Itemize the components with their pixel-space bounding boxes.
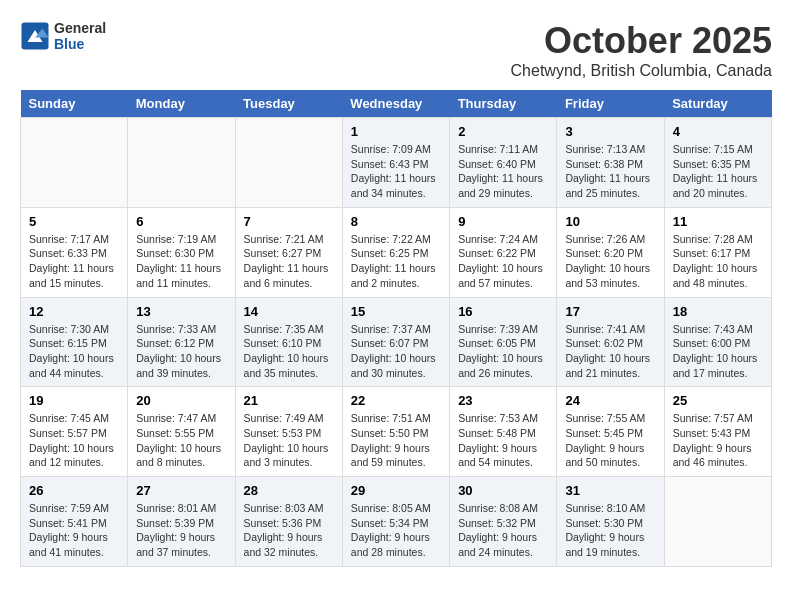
title-block: October 2025 Chetwynd, British Columbia,… <box>511 20 772 80</box>
day-info: Sunrise: 7:49 AM Sunset: 5:53 PM Dayligh… <box>244 411 334 470</box>
day-number: 9 <box>458 214 548 229</box>
calendar-cell: 8Sunrise: 7:22 AM Sunset: 6:25 PM Daylig… <box>342 207 449 297</box>
day-number: 18 <box>673 304 763 319</box>
calendar-cell: 6Sunrise: 7:19 AM Sunset: 6:30 PM Daylig… <box>128 207 235 297</box>
calendar-cell: 12Sunrise: 7:30 AM Sunset: 6:15 PM Dayli… <box>21 297 128 387</box>
weekday-header-saturday: Saturday <box>664 90 771 118</box>
location-subtitle: Chetwynd, British Columbia, Canada <box>511 62 772 80</box>
day-info: Sunrise: 8:01 AM Sunset: 5:39 PM Dayligh… <box>136 501 226 560</box>
logo-blue: Blue <box>54 36 106 52</box>
day-number: 7 <box>244 214 334 229</box>
day-info: Sunrise: 7:57 AM Sunset: 5:43 PM Dayligh… <box>673 411 763 470</box>
day-info: Sunrise: 7:30 AM Sunset: 6:15 PM Dayligh… <box>29 322 119 381</box>
day-number: 14 <box>244 304 334 319</box>
calendar-cell: 29Sunrise: 8:05 AM Sunset: 5:34 PM Dayli… <box>342 477 449 567</box>
calendar-week-row: 26Sunrise: 7:59 AM Sunset: 5:41 PM Dayli… <box>21 477 772 567</box>
day-info: Sunrise: 7:15 AM Sunset: 6:35 PM Dayligh… <box>673 142 763 201</box>
calendar-week-row: 19Sunrise: 7:45 AM Sunset: 5:57 PM Dayli… <box>21 387 772 477</box>
calendar-cell: 7Sunrise: 7:21 AM Sunset: 6:27 PM Daylig… <box>235 207 342 297</box>
calendar-cell: 13Sunrise: 7:33 AM Sunset: 6:12 PM Dayli… <box>128 297 235 387</box>
calendar-cell: 5Sunrise: 7:17 AM Sunset: 6:33 PM Daylig… <box>21 207 128 297</box>
calendar-cell: 26Sunrise: 7:59 AM Sunset: 5:41 PM Dayli… <box>21 477 128 567</box>
day-info: Sunrise: 7:47 AM Sunset: 5:55 PM Dayligh… <box>136 411 226 470</box>
day-info: Sunrise: 7:53 AM Sunset: 5:48 PM Dayligh… <box>458 411 548 470</box>
weekday-header-wednesday: Wednesday <box>342 90 449 118</box>
day-number: 23 <box>458 393 548 408</box>
day-info: Sunrise: 7:43 AM Sunset: 6:00 PM Dayligh… <box>673 322 763 381</box>
day-info: Sunrise: 7:24 AM Sunset: 6:22 PM Dayligh… <box>458 232 548 291</box>
calendar-table: SundayMondayTuesdayWednesdayThursdayFrid… <box>20 90 772 567</box>
day-number: 27 <box>136 483 226 498</box>
calendar-cell: 2Sunrise: 7:11 AM Sunset: 6:40 PM Daylig… <box>450 118 557 208</box>
day-number: 21 <box>244 393 334 408</box>
weekday-header-thursday: Thursday <box>450 90 557 118</box>
calendar-cell <box>21 118 128 208</box>
day-number: 24 <box>565 393 655 408</box>
day-number: 6 <box>136 214 226 229</box>
day-number: 8 <box>351 214 441 229</box>
calendar-week-row: 5Sunrise: 7:17 AM Sunset: 6:33 PM Daylig… <box>21 207 772 297</box>
day-number: 22 <box>351 393 441 408</box>
page-header: General Blue October 2025 Chetwynd, Brit… <box>20 20 772 80</box>
calendar-cell: 9Sunrise: 7:24 AM Sunset: 6:22 PM Daylig… <box>450 207 557 297</box>
calendar-cell <box>128 118 235 208</box>
calendar-cell: 1Sunrise: 7:09 AM Sunset: 6:43 PM Daylig… <box>342 118 449 208</box>
day-info: Sunrise: 8:08 AM Sunset: 5:32 PM Dayligh… <box>458 501 548 560</box>
calendar-cell <box>664 477 771 567</box>
calendar-week-row: 1Sunrise: 7:09 AM Sunset: 6:43 PM Daylig… <box>21 118 772 208</box>
day-info: Sunrise: 7:35 AM Sunset: 6:10 PM Dayligh… <box>244 322 334 381</box>
calendar-cell: 22Sunrise: 7:51 AM Sunset: 5:50 PM Dayli… <box>342 387 449 477</box>
day-info: Sunrise: 8:03 AM Sunset: 5:36 PM Dayligh… <box>244 501 334 560</box>
day-info: Sunrise: 7:39 AM Sunset: 6:05 PM Dayligh… <box>458 322 548 381</box>
day-info: Sunrise: 7:37 AM Sunset: 6:07 PM Dayligh… <box>351 322 441 381</box>
calendar-cell: 30Sunrise: 8:08 AM Sunset: 5:32 PM Dayli… <box>450 477 557 567</box>
day-number: 20 <box>136 393 226 408</box>
day-info: Sunrise: 7:19 AM Sunset: 6:30 PM Dayligh… <box>136 232 226 291</box>
day-number: 31 <box>565 483 655 498</box>
calendar-cell: 11Sunrise: 7:28 AM Sunset: 6:17 PM Dayli… <box>664 207 771 297</box>
day-number: 30 <box>458 483 548 498</box>
calendar-cell: 21Sunrise: 7:49 AM Sunset: 5:53 PM Dayli… <box>235 387 342 477</box>
day-number: 12 <box>29 304 119 319</box>
day-number: 29 <box>351 483 441 498</box>
calendar-cell: 10Sunrise: 7:26 AM Sunset: 6:20 PM Dayli… <box>557 207 664 297</box>
calendar-cell: 3Sunrise: 7:13 AM Sunset: 6:38 PM Daylig… <box>557 118 664 208</box>
month-title: October 2025 <box>511 20 772 62</box>
day-number: 2 <box>458 124 548 139</box>
calendar-cell: 4Sunrise: 7:15 AM Sunset: 6:35 PM Daylig… <box>664 118 771 208</box>
day-info: Sunrise: 7:26 AM Sunset: 6:20 PM Dayligh… <box>565 232 655 291</box>
day-info: Sunrise: 7:45 AM Sunset: 5:57 PM Dayligh… <box>29 411 119 470</box>
calendar-cell: 17Sunrise: 7:41 AM Sunset: 6:02 PM Dayli… <box>557 297 664 387</box>
day-number: 3 <box>565 124 655 139</box>
day-number: 17 <box>565 304 655 319</box>
day-number: 16 <box>458 304 548 319</box>
day-info: Sunrise: 7:33 AM Sunset: 6:12 PM Dayligh… <box>136 322 226 381</box>
calendar-cell: 14Sunrise: 7:35 AM Sunset: 6:10 PM Dayli… <box>235 297 342 387</box>
day-number: 5 <box>29 214 119 229</box>
day-info: Sunrise: 7:09 AM Sunset: 6:43 PM Dayligh… <box>351 142 441 201</box>
logo-text: General Blue <box>54 20 106 52</box>
calendar-cell: 27Sunrise: 8:01 AM Sunset: 5:39 PM Dayli… <box>128 477 235 567</box>
day-info: Sunrise: 7:55 AM Sunset: 5:45 PM Dayligh… <box>565 411 655 470</box>
day-info: Sunrise: 7:28 AM Sunset: 6:17 PM Dayligh… <box>673 232 763 291</box>
calendar-cell: 19Sunrise: 7:45 AM Sunset: 5:57 PM Dayli… <box>21 387 128 477</box>
weekday-header-friday: Friday <box>557 90 664 118</box>
calendar-cell: 25Sunrise: 7:57 AM Sunset: 5:43 PM Dayli… <box>664 387 771 477</box>
day-info: Sunrise: 7:59 AM Sunset: 5:41 PM Dayligh… <box>29 501 119 560</box>
calendar-cell <box>235 118 342 208</box>
calendar-cell: 16Sunrise: 7:39 AM Sunset: 6:05 PM Dayli… <box>450 297 557 387</box>
day-number: 28 <box>244 483 334 498</box>
weekday-header-tuesday: Tuesday <box>235 90 342 118</box>
day-number: 19 <box>29 393 119 408</box>
logo-icon <box>20 21 50 51</box>
weekday-header-monday: Monday <box>128 90 235 118</box>
day-number: 11 <box>673 214 763 229</box>
calendar-cell: 23Sunrise: 7:53 AM Sunset: 5:48 PM Dayli… <box>450 387 557 477</box>
calendar-cell: 18Sunrise: 7:43 AM Sunset: 6:00 PM Dayli… <box>664 297 771 387</box>
day-info: Sunrise: 7:51 AM Sunset: 5:50 PM Dayligh… <box>351 411 441 470</box>
calendar-week-row: 12Sunrise: 7:30 AM Sunset: 6:15 PM Dayli… <box>21 297 772 387</box>
day-info: Sunrise: 8:10 AM Sunset: 5:30 PM Dayligh… <box>565 501 655 560</box>
day-info: Sunrise: 7:13 AM Sunset: 6:38 PM Dayligh… <box>565 142 655 201</box>
logo: General Blue <box>20 20 106 52</box>
day-info: Sunrise: 7:17 AM Sunset: 6:33 PM Dayligh… <box>29 232 119 291</box>
